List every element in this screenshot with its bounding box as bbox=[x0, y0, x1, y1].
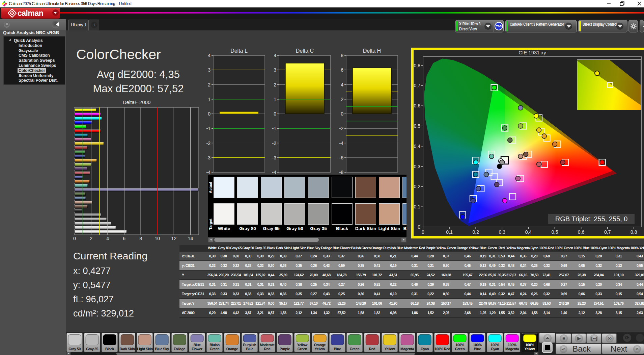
svg-text:1: 1 bbox=[208, 97, 211, 102]
svg-text:4: 4 bbox=[208, 53, 211, 58]
svg-text:-2: -2 bbox=[339, 126, 344, 131]
svg-text:0,1: 0,1 bbox=[446, 229, 453, 235]
svg-text:4: 4 bbox=[341, 82, 343, 87]
svg-text:0,8: 0,8 bbox=[631, 229, 637, 235]
svg-text:6: 6 bbox=[341, 67, 343, 73]
svg-text:0,7: 0,7 bbox=[604, 229, 611, 235]
svg-text:0,5: 0,5 bbox=[414, 123, 421, 129]
svg-text:-8: -8 bbox=[339, 170, 344, 175]
svg-text:3: 3 bbox=[274, 67, 276, 73]
svg-text:8: 8 bbox=[341, 53, 343, 58]
svg-text:3: 3 bbox=[208, 67, 211, 73]
svg-text:6: 6 bbox=[123, 236, 125, 241]
svg-text:-4: -4 bbox=[339, 141, 344, 146]
svg-text:-1: -1 bbox=[272, 126, 277, 131]
svg-text:0,6: 0,6 bbox=[578, 229, 585, 235]
svg-text:Delta C: Delta C bbox=[296, 48, 314, 54]
svg-text:0: 0 bbox=[341, 111, 343, 117]
svg-text:0,6: 0,6 bbox=[414, 103, 421, 108]
svg-text:2: 2 bbox=[208, 82, 211, 87]
svg-text:Delta H: Delta H bbox=[363, 48, 381, 54]
svg-text:0: 0 bbox=[422, 229, 424, 235]
svg-text:0: 0 bbox=[208, 111, 211, 117]
svg-text:-6: -6 bbox=[339, 155, 344, 160]
svg-text:-3: -3 bbox=[272, 155, 277, 160]
svg-text:0: 0 bbox=[274, 111, 276, 117]
svg-text:0,3: 0,3 bbox=[414, 164, 421, 169]
svg-text:10: 10 bbox=[155, 236, 160, 241]
svg-text:1: 1 bbox=[274, 97, 276, 102]
svg-text:-4: -4 bbox=[206, 170, 211, 175]
svg-text:0,7: 0,7 bbox=[414, 83, 421, 88]
svg-text:0,4: 0,4 bbox=[525, 229, 532, 235]
svg-text:-1: -1 bbox=[206, 126, 211, 131]
svg-text:2: 2 bbox=[90, 236, 92, 241]
svg-text:4: 4 bbox=[106, 236, 109, 241]
svg-text:0,8: 0,8 bbox=[414, 63, 421, 68]
svg-text:-2: -2 bbox=[272, 141, 277, 146]
svg-text:-3: -3 bbox=[206, 155, 211, 160]
svg-text:0,2: 0,2 bbox=[414, 184, 421, 189]
svg-text:0: 0 bbox=[418, 224, 420, 230]
svg-text:0,1: 0,1 bbox=[414, 204, 421, 209]
svg-text:2: 2 bbox=[274, 82, 276, 87]
svg-text:4: 4 bbox=[274, 53, 276, 58]
svg-text:0,4: 0,4 bbox=[414, 144, 421, 149]
svg-text:8: 8 bbox=[139, 236, 142, 241]
svg-text:2: 2 bbox=[341, 97, 343, 102]
svg-text:-2: -2 bbox=[206, 141, 211, 146]
svg-text:0: 0 bbox=[73, 236, 76, 241]
svg-text:0,2: 0,2 bbox=[472, 229, 479, 235]
svg-text:0,5: 0,5 bbox=[552, 229, 558, 235]
svg-text:Delta L: Delta L bbox=[230, 48, 248, 54]
svg-text:0,3: 0,3 bbox=[499, 229, 506, 235]
svg-text:12: 12 bbox=[171, 236, 177, 241]
svg-text:14: 14 bbox=[188, 236, 193, 241]
svg-text:DeltaE 2000: DeltaE 2000 bbox=[123, 99, 151, 105]
svg-text:-4: -4 bbox=[272, 170, 277, 175]
